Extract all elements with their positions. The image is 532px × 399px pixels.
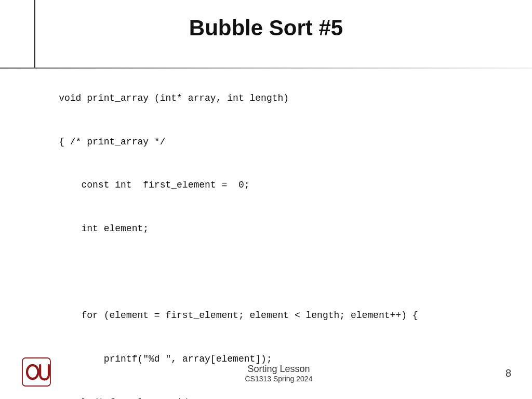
code-block: void print_array (int* array, int length… bbox=[36, 77, 516, 399]
footer: Sorting Lesson CS1313 Spring 2024 8 bbox=[0, 356, 532, 390]
code-line-3: const int first_element = 0; bbox=[59, 180, 249, 190]
code-line-5 bbox=[59, 267, 64, 277]
code-line-4: int element; bbox=[59, 223, 149, 234]
code-line-1: void print_array (int* array, int length… bbox=[59, 93, 289, 103]
title-underline bbox=[0, 68, 532, 69]
ou-logo bbox=[21, 356, 52, 390]
lesson-title: Sorting Lesson bbox=[245, 364, 312, 375]
page-number: 8 bbox=[506, 367, 511, 379]
code-line-2: { /* print_array */ bbox=[59, 137, 165, 147]
code-line-6: for (element = first_element; element < … bbox=[59, 310, 418, 321]
footer-center-text: Sorting Lesson CS1313 Spring 2024 bbox=[245, 364, 312, 383]
slide-container: Bubble Sort #5 void print_array (int* ar… bbox=[0, 0, 532, 399]
slide-title: Bubble Sort #5 bbox=[0, 16, 532, 41]
lesson-subtitle: CS1313 Spring 2024 bbox=[245, 375, 312, 383]
code-line-8: } /* for element */ bbox=[59, 397, 188, 399]
